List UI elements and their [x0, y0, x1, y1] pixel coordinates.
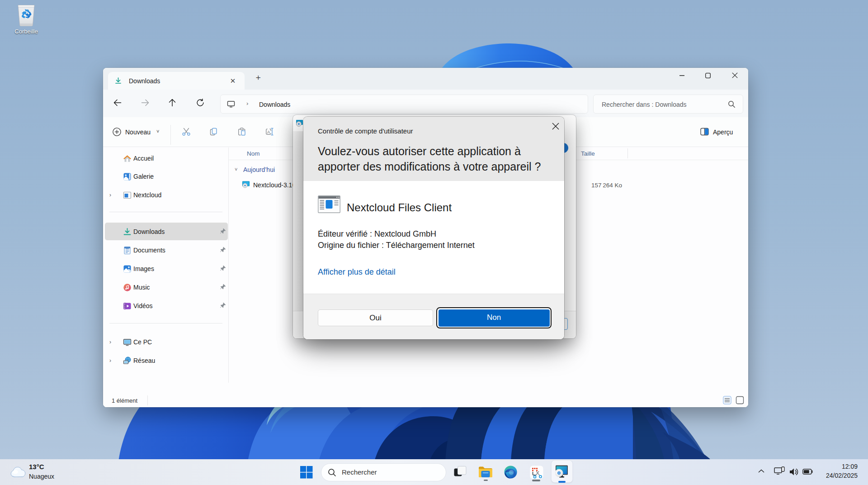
svg-text:A: A	[267, 129, 270, 134]
